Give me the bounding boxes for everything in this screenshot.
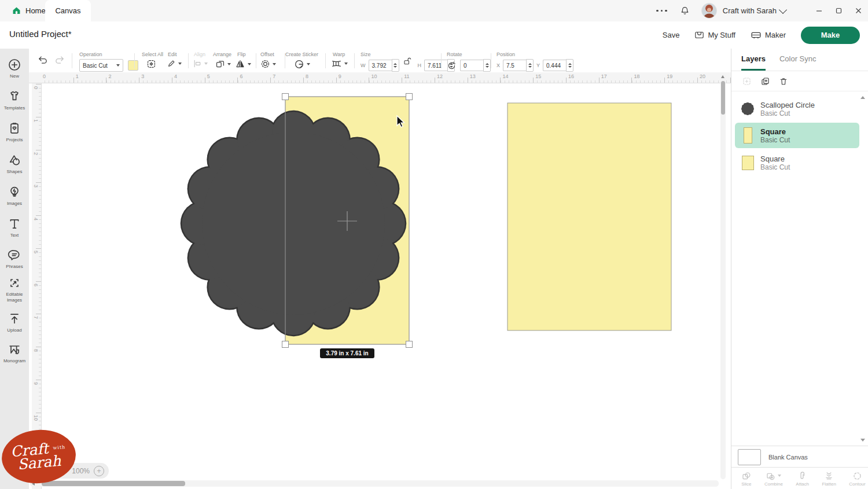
notifications-bell-icon[interactable]: [680, 6, 690, 16]
blank-canvas-row[interactable]: Blank Canvas: [731, 446, 868, 468]
tab-layers[interactable]: Layers: [741, 49, 766, 71]
design-canvas[interactable]: 01234567891011121314151617181920 0123456…: [29, 72, 731, 489]
layer-actions-bar: Slice Combine Attach: [731, 467, 868, 489]
rotate-label: Rotate: [447, 52, 462, 57]
create-sticker-button[interactable]: [294, 59, 310, 69]
templates-icon: [8, 90, 21, 104]
layer-row-square-selected[interactable]: Square Basic Cut: [735, 123, 859, 148]
align-menu-button[interactable]: [193, 59, 208, 68]
duplicate-icon[interactable]: [760, 76, 770, 86]
canvas-horizontal-scrollbar[interactable]: [30, 480, 719, 487]
flatten-button[interactable]: Flatten: [822, 471, 836, 487]
undo-button[interactable]: [37, 55, 48, 65]
account-avatar[interactable]: [701, 3, 717, 19]
group-icon[interactable]: [742, 76, 752, 86]
window-maximize-button[interactable]: [829, 0, 848, 21]
rotate-stepper[interactable]: [483, 59, 491, 72]
vertical-scroll-thumb[interactable]: [721, 81, 725, 115]
save-button[interactable]: Save: [663, 31, 680, 39]
layers-scroll-down-icon[interactable]: [860, 439, 865, 442]
shape-square-right[interactable]: [507, 103, 671, 330]
offset-icon: [260, 59, 270, 69]
delete-trash-icon[interactable]: [779, 76, 788, 86]
account-chevron-down-icon[interactable]: [779, 5, 787, 13]
width-input[interactable]: 3.792: [369, 59, 399, 72]
sidebar-item-projects[interactable]: Projects: [0, 122, 29, 143]
color-swatch[interactable]: [128, 60, 138, 71]
images-icon: [8, 185, 21, 199]
redo-button[interactable]: [54, 55, 65, 65]
sidebar-item-editable-images[interactable]: Editable Images: [0, 276, 29, 303]
selection-handle-bottom-right[interactable]: [406, 341, 413, 348]
attach-button[interactable]: Attach: [796, 471, 809, 487]
operation-value: Basic Cut: [83, 62, 108, 69]
home-button[interactable]: Home: [7, 0, 50, 21]
flip-menu-button[interactable]: [235, 59, 251, 69]
layer-row-square[interactable]: Square Basic Cut: [735, 150, 859, 175]
flip-label: Flip: [237, 52, 246, 57]
tab-canvas[interactable]: Canvas: [45, 0, 91, 21]
home-label: Home: [25, 6, 46, 15]
zoom-in-icon[interactable]: +: [94, 466, 104, 476]
sidebar-item-images[interactable]: Images: [0, 185, 29, 207]
account-name[interactable]: Craft with Sarah: [723, 6, 777, 15]
width-stepper[interactable]: [392, 59, 399, 72]
selection-handle-top-left[interactable]: [282, 94, 289, 100]
window-minimize-button[interactable]: [809, 0, 829, 21]
selection-handle-bottom-left[interactable]: [282, 341, 289, 348]
y-label: Y: [536, 62, 540, 68]
sidebar-item-templates[interactable]: Templates: [0, 90, 29, 111]
y-stepper[interactable]: [566, 59, 573, 72]
save-label: Save: [663, 31, 680, 39]
rotate-input[interactable]: 0: [460, 59, 491, 72]
contour-button[interactable]: Contour: [849, 471, 865, 487]
canvas-vertical-scrollbar[interactable]: [720, 74, 726, 479]
sidebar-item-text[interactable]: Text: [0, 217, 29, 238]
warp-menu-button[interactable]: [331, 59, 348, 68]
select-all-button[interactable]: [146, 59, 156, 69]
project-title: Untitled Project*: [9, 29, 72, 39]
layers-scroll-up-icon[interactable]: [860, 96, 865, 99]
selection-handle-top-right[interactable]: [406, 94, 413, 100]
shape-scalloped-circle[interactable]: [182, 112, 405, 335]
operation-select[interactable]: Basic Cut: [79, 59, 138, 72]
svg-text:3.79 in x 7.61 in: 3.79 in x 7.61 in: [326, 350, 368, 356]
my-stuff-icon: [694, 31, 704, 39]
height-label: H: [418, 62, 422, 68]
combine-icon: [766, 471, 775, 481]
sidebar-item-new[interactable]: New: [0, 58, 29, 79]
edit-menu-button[interactable]: [167, 59, 182, 68]
editable-images-icon: [8, 276, 21, 290]
x-stepper[interactable]: [526, 59, 534, 72]
arrange-menu-button[interactable]: [215, 59, 231, 69]
my-stuff-button[interactable]: My Stuff: [694, 31, 735, 39]
horizontal-scroll-thumb[interactable]: [42, 481, 185, 486]
canvas-artboard[interactable]: 3.79 in x 7.61 in: [29, 72, 731, 489]
rotate-icon[interactable]: [447, 61, 457, 71]
position-label: Position: [496, 52, 515, 57]
tab-color-sync[interactable]: Color Sync: [779, 49, 816, 71]
slice-button[interactable]: Slice: [741, 471, 751, 487]
sidebar-item-shapes[interactable]: Shapes: [0, 153, 29, 175]
overflow-menu-icon[interactable]: [656, 10, 667, 12]
layers-panel: Layers Color Sync: [731, 49, 868, 489]
lock-open-icon[interactable]: [403, 57, 411, 65]
sidebar-item-phrases[interactable]: Phrases: [0, 248, 29, 270]
x-position-input[interactable]: 7.5: [503, 59, 534, 72]
machine-select-button[interactable]: Maker: [751, 31, 786, 39]
combine-button[interactable]: Combine: [764, 471, 783, 487]
window-close-button[interactable]: [848, 0, 868, 21]
left-sidebar: New Templates Projects Shapes Image: [0, 49, 29, 489]
sidebar-item-monogram[interactable]: Monogram: [0, 343, 29, 364]
sidebar-item-upload[interactable]: Upload: [0, 312, 29, 333]
y-position-input[interactable]: 0.444: [543, 59, 573, 72]
warp-label: Warp: [333, 52, 345, 57]
flip-icon: [235, 59, 245, 69]
make-button[interactable]: Make: [801, 27, 860, 44]
offset-menu-button[interactable]: [260, 59, 276, 69]
projects-icon: [8, 122, 21, 135]
window-titlebar: Home Canvas Craft with Sarah: [0, 0, 868, 21]
size-tooltip: 3.79 in x 7.61 in: [320, 348, 374, 358]
scroll-up-arrow-icon[interactable]: [721, 75, 724, 78]
layer-row-scalloped-circle[interactable]: Scalloped Circle Basic Cut: [735, 96, 859, 122]
